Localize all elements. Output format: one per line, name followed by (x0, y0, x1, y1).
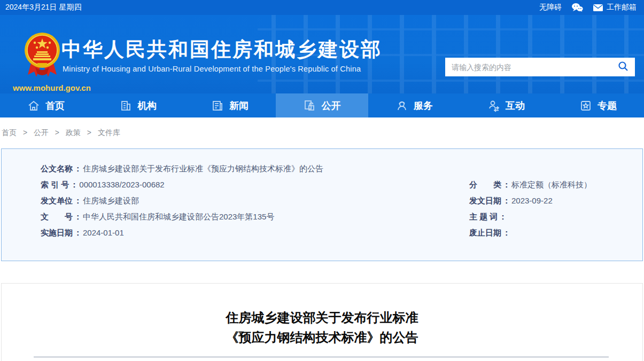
site-url: www.mohurd.gov.cn (13, 83, 72, 92)
nav-label: 互动 (506, 99, 525, 112)
doc-meta-row-number: 文 号：中华人民共和国住房和城乡建设部公告2023年第135号 (41, 209, 463, 225)
breadcrumb: 首页 > 公开 > 政策 > 文件库 (0, 117, 644, 148)
meta-value: 000013338/2023-00682 (79, 180, 164, 189)
nav-label: 专题 (598, 99, 617, 112)
work-mailbox-link[interactable]: 工作邮箱 (593, 3, 637, 12)
star-badge-icon (579, 99, 592, 112)
breadcrumb-separator: > (87, 128, 91, 137)
meta-value: 中华人民共和国住房和城乡建设部公告2023年第135号 (83, 212, 274, 221)
doc-meta-row-category: 分 类：标准定额（标准科技） (469, 177, 640, 193)
meta-label: 公文名称 (41, 164, 73, 173)
meta-colon: ： (501, 180, 511, 189)
article-title-line2: 《预应力钢结构技术标准》的公告 (2, 327, 642, 347)
nav-label: 首页 (45, 99, 65, 112)
meta-value: 2023-09-22 (511, 196, 553, 205)
interaction-icon (487, 99, 500, 112)
doc-meta-row-issuer: 发文单位：住房城乡建设部 (41, 193, 463, 209)
building-icon (119, 99, 132, 112)
meta-value: 标准定额（标准科技） (511, 180, 592, 189)
breadcrumb-open[interactable]: 公开 (34, 128, 49, 137)
nav-label: 新闻 (229, 99, 249, 112)
top-utility-bar: 2024年3月21日 星期四 无障碍 工作邮箱 (0, 0, 644, 15)
meta-colon: ： (501, 228, 511, 237)
service-person-icon (395, 99, 408, 112)
article-title-line1: 住房城乡建设部关于发布行业标准 (2, 308, 642, 327)
meta-label: 发文日期 (469, 196, 501, 205)
nav-label: 公开 (321, 99, 340, 112)
doc-meta-row-title: 公文名称：住房城乡建设部关于发布行业标准《预应力钢结构技术标准》的公告 (41, 161, 463, 177)
meta-value: 2024-01-01 (83, 228, 124, 237)
meta-colon: ： (73, 212, 83, 221)
breadcrumb-library[interactable]: 文件库 (98, 128, 120, 137)
article-divider (34, 356, 609, 358)
meta-label: 实施日期 (41, 228, 73, 237)
mail-icon (593, 4, 603, 12)
meta-colon: ： (73, 228, 83, 237)
meta-label: 索 引 号 (41, 180, 69, 189)
wechat-icon[interactable] (571, 3, 583, 12)
search-icon (618, 61, 629, 73)
newspaper-icon (211, 99, 224, 112)
breadcrumb-home[interactable]: 首页 (2, 128, 17, 137)
meta-label: 主 题 词 (469, 212, 498, 221)
article-panel: 住房城乡建设部关于发布行业标准 《预应力钢结构技术标准》的公告 (1, 283, 643, 361)
national-emblem (22, 72, 62, 81)
doc-meta-row-effective: 实施日期：2024-01-01 (41, 225, 463, 241)
meta-colon: ： (498, 212, 508, 221)
doc-meta-row-keywords: 主 题 词： (469, 209, 640, 225)
doc-meta-left-column: 公文名称：住房城乡建设部关于发布行业标准《预应力钢结构技术标准》的公告 索 引 … (41, 161, 463, 241)
meta-colon: ： (501, 196, 511, 205)
search-input[interactable] (445, 58, 611, 76)
nav-item-interact[interactable]: 互动 (460, 93, 552, 117)
meta-value: 住房城乡建设部 (83, 196, 139, 205)
home-icon (27, 99, 40, 112)
doc-meta-row-index: 索 引 号：000013338/2023-00682 (41, 177, 463, 193)
meta-value: 住房城乡建设部关于发布行业标准《预应力钢结构技术标准》的公告 (83, 164, 323, 173)
nav-item-service[interactable]: 服务 (368, 93, 460, 117)
site-search (445, 58, 635, 76)
doc-meta-right-column: 分 类：标准定额（标准科技） 发文日期：2023-09-22 主 题 词： 废止… (469, 177, 640, 241)
nav-item-org[interactable]: 机构 (92, 93, 184, 117)
doc-meta-row-issue-date: 发文日期：2023-09-22 (469, 193, 640, 209)
document-lock-icon (303, 99, 316, 112)
meta-colon: ： (69, 180, 79, 189)
article-title: 住房城乡建设部关于发布行业标准 《预应力钢结构技术标准》的公告 (2, 308, 642, 347)
main-nav: 首页 机构 新闻 公开 服务 (0, 93, 644, 117)
meta-colon: ： (73, 196, 83, 205)
search-button[interactable] (611, 58, 635, 76)
current-date: 2024年3月21日 星期四 (5, 3, 81, 12)
work-mailbox-label: 工作邮箱 (607, 3, 637, 12)
meta-colon: ： (73, 164, 83, 173)
nav-item-news[interactable]: 新闻 (184, 93, 276, 117)
doc-meta-row-repeal-date: 废止日期： (469, 225, 640, 241)
nav-item-topic[interactable]: 专题 (552, 93, 644, 117)
breadcrumb-policy[interactable]: 政策 (66, 128, 81, 137)
nav-item-open[interactable]: 公开 (276, 93, 368, 117)
meta-label: 废止日期 (469, 228, 501, 237)
meta-label: 分 类 (469, 180, 501, 189)
site-title: 中华人民共和国住房和城乡建设部 (61, 36, 382, 63)
nav-label: 服务 (414, 99, 433, 112)
nav-item-home[interactable]: 首页 (0, 93, 92, 117)
site-header: www.mohurd.gov.cn 中华人民共和国住房和城乡建设部 Minist… (0, 15, 644, 93)
breadcrumb-separator: > (23, 128, 27, 137)
accessibility-link[interactable]: 无障碍 (539, 3, 562, 12)
breadcrumb-separator: > (55, 128, 59, 137)
site-subtitle: Ministry of Housing and Urban-Rural Deve… (63, 65, 361, 73)
document-meta-box: 公文名称：住房城乡建设部关于发布行业标准《预应力钢结构技术标准》的公告 索 引 … (1, 148, 643, 261)
nav-label: 机构 (137, 99, 157, 112)
meta-label: 发文单位 (41, 196, 73, 205)
meta-label: 文 号 (41, 212, 73, 221)
